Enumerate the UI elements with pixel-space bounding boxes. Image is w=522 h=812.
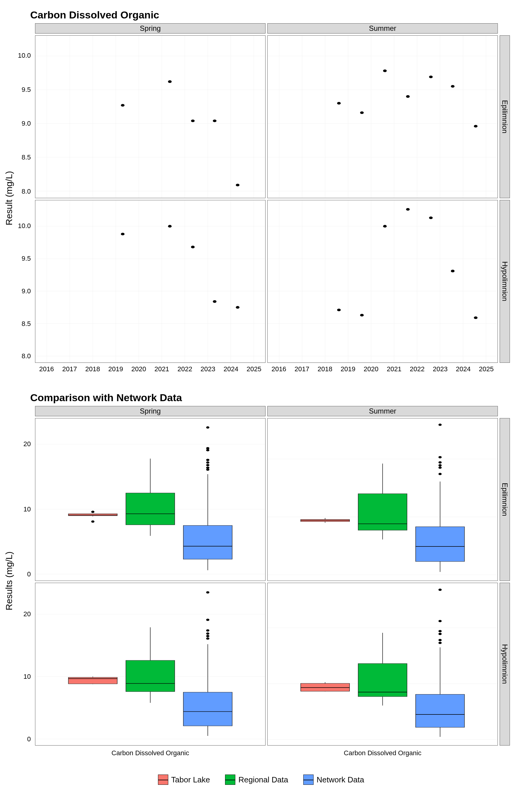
panel-summer-epi	[267, 35, 498, 198]
legend-item-network: Network Data	[303, 774, 364, 785]
svg-rect-99	[183, 525, 232, 559]
box-summer-hypo	[267, 583, 498, 746]
facet-grid-box: Spring Summer Results (mg/L) 01020 Epili…	[18, 406, 510, 763]
y-axis: Results (mg/L) 01020	[18, 418, 33, 581]
legend-label: Regional Data	[238, 775, 288, 785]
x-axis: 2016201720182019202020212022202320242025	[267, 365, 498, 380]
panel-spring-hypo	[35, 200, 265, 363]
svg-point-129	[438, 424, 442, 426]
svg-rect-164	[416, 694, 465, 727]
svg-point-83	[474, 316, 478, 319]
svg-point-171	[438, 588, 442, 591]
svg-point-91	[91, 521, 95, 523]
svg-rect-143	[183, 692, 232, 726]
y-axis: Result (mg/L) 8.08.59.09.510.0	[18, 35, 33, 198]
svg-point-80	[406, 208, 409, 211]
svg-rect-135	[68, 677, 117, 684]
x-axis: 2016201720182019202020212022202320242025	[35, 365, 265, 380]
legend-item-tabor: Tabor Lake	[158, 774, 210, 785]
row-strip-hypo-2: Hypolimnion	[500, 583, 510, 746]
svg-point-126	[438, 464, 442, 467]
row-strip-epi: Epilimnion	[500, 35, 510, 198]
svg-point-40	[451, 85, 455, 88]
svg-point-146	[206, 635, 209, 637]
svg-point-77	[337, 309, 341, 311]
col-strip-summer-2: Summer	[267, 406, 498, 416]
box-spring-hypo	[35, 583, 265, 746]
svg-point-128	[438, 456, 442, 459]
scatter-chart: Carbon Dissolved Organic Spring Summer R…	[0, 0, 522, 383]
svg-rect-89	[68, 514, 117, 516]
y-axis-label-2: Results (mg/L)	[4, 551, 14, 610]
svg-point-167	[438, 639, 442, 641]
svg-point-107	[206, 447, 209, 449]
svg-point-19	[236, 184, 240, 186]
svg-point-39	[429, 76, 433, 78]
svg-point-59	[191, 246, 195, 248]
legend-item-regional: Regional Data	[225, 774, 288, 785]
legend: Tabor Lake Regional Data Network Data	[0, 766, 522, 797]
box-summer-epi	[267, 418, 498, 581]
svg-point-78	[360, 314, 364, 317]
row-strip-epi-2: Epilimnion	[500, 418, 510, 581]
svg-point-37	[383, 69, 387, 72]
svg-point-147	[206, 633, 209, 635]
col-strip-spring: Spring	[35, 23, 265, 34]
svg-rect-118	[358, 493, 407, 530]
svg-point-18	[213, 120, 216, 122]
svg-point-101	[206, 469, 209, 471]
y-axis: 01020	[18, 583, 33, 746]
legend-swatch	[303, 774, 314, 785]
y-axis-label: Result (mg/L)	[4, 171, 14, 225]
svg-point-38	[406, 95, 409, 98]
svg-point-58	[168, 225, 172, 228]
col-strip-summer: Summer	[267, 23, 498, 34]
svg-point-105	[206, 459, 209, 461]
svg-rect-160	[358, 664, 407, 696]
facet-grid-scatter: Spring Summer Result (mg/L) 8.08.59.09.5…	[18, 23, 510, 380]
svg-point-102	[206, 466, 209, 469]
panel-spring-epi	[35, 35, 265, 198]
svg-point-60	[213, 300, 216, 303]
row-strip-hypo: Hypolimnion	[500, 200, 510, 363]
svg-point-168	[438, 633, 442, 635]
y-axis: 8.08.59.09.510.0	[18, 200, 33, 363]
svg-point-150	[206, 591, 209, 594]
svg-point-170	[438, 620, 442, 622]
x-axis: Carbon Dissolved Organic	[267, 747, 498, 763]
legend-swatch	[225, 774, 235, 785]
legend-label: Tabor Lake	[171, 775, 210, 785]
svg-point-82	[451, 270, 455, 272]
svg-point-41	[474, 125, 478, 128]
x-axis: Carbon Dissolved Organic	[35, 747, 265, 763]
panel-summer-hypo	[267, 200, 498, 363]
svg-point-108	[206, 426, 209, 429]
legend-label: Network Data	[317, 775, 364, 785]
chart-title-1: Carbon Dissolved Organic	[30, 9, 510, 21]
svg-point-104	[206, 461, 209, 464]
legend-swatch	[158, 774, 168, 785]
box-spring-epi	[35, 418, 265, 581]
svg-point-17	[191, 120, 195, 122]
svg-point-92	[91, 511, 95, 513]
svg-rect-95	[126, 493, 175, 525]
svg-point-57	[121, 232, 124, 235]
chart-title-2: Comparison with Network Data	[30, 392, 510, 404]
svg-point-16	[168, 80, 172, 83]
svg-point-106	[206, 449, 209, 451]
svg-point-125	[438, 466, 442, 469]
svg-point-169	[438, 630, 442, 632]
svg-point-149	[206, 619, 209, 621]
svg-point-61	[236, 306, 240, 309]
svg-point-35	[337, 102, 341, 104]
svg-point-36	[360, 111, 364, 114]
col-strip-spring-2: Spring	[35, 406, 265, 416]
svg-point-81	[429, 217, 433, 219]
svg-point-15	[121, 104, 124, 107]
svg-point-124	[438, 473, 442, 475]
svg-rect-156	[301, 683, 349, 691]
svg-point-127	[438, 461, 442, 464]
box-chart: Comparison with Network Data Spring Summ…	[0, 383, 522, 766]
svg-point-148	[206, 629, 209, 632]
svg-point-145	[206, 637, 209, 640]
